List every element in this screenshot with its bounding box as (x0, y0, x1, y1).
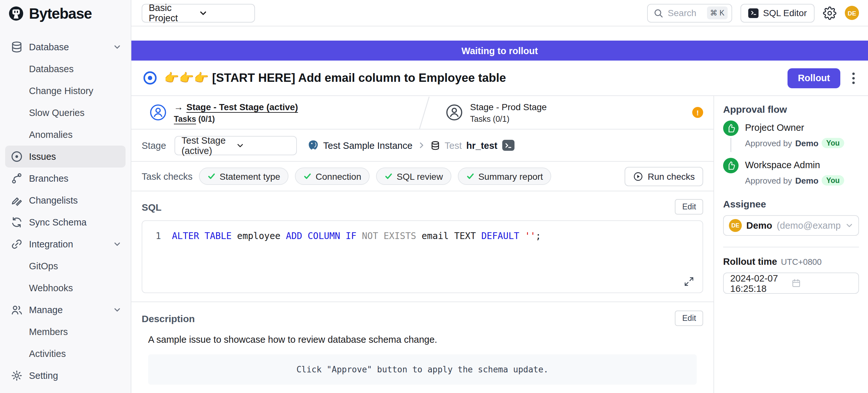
issue-title-row: 👉👉👉 [START HERE] Add email column to Emp… (131, 61, 868, 95)
chevron-down-icon (198, 8, 248, 18)
settings-gear-icon[interactable] (823, 6, 836, 20)
sidebar-item-webhooks[interactable]: Webhooks (5, 277, 126, 299)
stage-separator (418, 96, 430, 129)
sidebar-item-members[interactable]: Members (5, 321, 126, 343)
rollout-time-input[interactable]: 2024-02-07 16:25:18 (723, 273, 859, 294)
top-nav: Basic Project ⌘ K SQL Editor DE (131, 0, 868, 26)
check-success-icon (207, 172, 216, 180)
sidebar-item-database[interactable]: Database (5, 36, 126, 58)
search-input[interactable]: ⌘ K (647, 4, 732, 22)
calendar-icon[interactable] (791, 278, 852, 288)
approval-flow-heading: Approval flow (723, 104, 859, 115)
sidebar-item-manage[interactable]: Manage (5, 299, 126, 321)
sql-editor-button[interactable]: SQL Editor (741, 4, 814, 22)
project-selector[interactable]: Basic Project (142, 4, 255, 22)
app-window: Bytebase Database Databases Change Histo… (0, 0, 868, 393)
sidebar-item-changelists[interactable]: Changelists (5, 189, 126, 211)
database-icon (430, 140, 440, 150)
sql-statement: ALTER TABLE employee ADD COLUMN IF NOT E… (172, 229, 541, 242)
sidebar: Bytebase Database Databases Change Histo… (0, 0, 131, 393)
you-badge: You (822, 175, 844, 186)
git-branch-icon (10, 172, 23, 185)
chevron-down-icon (113, 42, 122, 52)
brand-wordmark: Bytebase (29, 5, 92, 22)
postgresql-icon (308, 140, 319, 151)
right-panel: Approval flow Project Owner Approved by … (713, 96, 868, 393)
issue-title: 👉👉👉 [START HERE] Add email column to Emp… (164, 71, 780, 85)
check-pill-connection[interactable]: Connection (295, 168, 370, 185)
sidebar-item-sync-schema[interactable]: Sync Schema (5, 211, 126, 233)
stage-person-icon (445, 104, 463, 121)
sidebar-item-change-history[interactable]: Change History (5, 80, 126, 102)
sql-edit-button[interactable]: Edit (675, 199, 703, 215)
description-section: Description Edit A sample issue to showc… (131, 302, 713, 385)
stage-label: Stage (142, 140, 166, 150)
content-gap (131, 26, 868, 40)
description-code-block: Click "Approve" button to apply the sche… (148, 354, 697, 385)
terminal-icon (748, 8, 758, 18)
main-area: Basic Project ⌘ K SQL Editor DE Waiting … (131, 0, 868, 393)
sidebar-item-activities[interactable]: Activities (5, 343, 126, 365)
stage-tab-test[interactable]: →Stage - Test Stage (active) Tasks (0/1) (131, 96, 418, 129)
issues-icon (10, 150, 23, 163)
sql-code-block[interactable]: 1 ALTER TABLE employee ADD COLUMN IF NOT… (142, 220, 703, 293)
task-checks-row: Task checks Statement type Connection SQ… (131, 162, 713, 191)
bytebase-mascot-icon (8, 6, 24, 21)
assignee-heading: Assignee (723, 199, 859, 209)
description-heading: Description (142, 313, 195, 324)
check-pill-statement-type[interactable]: Statement type (199, 168, 288, 185)
sidebar-item-slow-queries[interactable]: Slow Queries (5, 102, 126, 124)
sidebar-item-gitops[interactable]: GitOps (5, 255, 126, 277)
breadcrumb-chevron-icon (417, 141, 425, 149)
rollout-button[interactable]: Rollout (787, 68, 840, 88)
run-checks-button[interactable]: Run checks (625, 167, 703, 186)
current-stage-arrow: → (174, 102, 183, 112)
search-icon (654, 8, 663, 18)
issue-status-icon (143, 71, 157, 85)
project-selector-value: Basic Project (149, 3, 198, 23)
approval-step-project-owner: Project Owner Approved by Demo You (723, 120, 859, 152)
environment-label: Test (445, 140, 462, 150)
issue-body: →Stage - Test Stage (active) Tasks (0/1)… (131, 95, 868, 393)
check-pill-summary-report[interactable]: Summary report (458, 168, 552, 185)
description-text: A sample issue to showcase how to review… (148, 334, 697, 345)
stage-select[interactable]: Test Stage (active) (175, 135, 297, 155)
description-edit-button[interactable]: Edit (675, 310, 703, 326)
approved-thumbs-up-icon (723, 120, 739, 136)
gear-icon (10, 369, 23, 382)
database-name[interactable]: hr_test (466, 140, 497, 150)
expand-icon[interactable] (684, 276, 694, 287)
top-nav-right: ⌘ K SQL Editor DE (647, 4, 859, 22)
kebab-menu-icon[interactable] (849, 69, 858, 87)
stage-select-row: Stage Test Stage (active) Test Sample In… (131, 129, 713, 162)
sync-icon (10, 216, 23, 229)
check-pill-sql-review[interactable]: SQL review (376, 168, 452, 185)
sidebar-item-anomalies[interactable]: Anomalies (5, 124, 126, 146)
stage-tab-prod[interactable]: Stage - Prod Stage Tasks (0/1) ! (430, 96, 713, 129)
open-sql-editor-icon[interactable] (502, 140, 514, 151)
assignee-select[interactable]: DE Demo (demo@example (723, 215, 859, 236)
sql-section: SQL Edit 1 ALTER TABLE employee ADD COLU… (131, 191, 713, 293)
stage-warning-badge: ! (692, 107, 703, 118)
sidebar-item-setting[interactable]: Setting (5, 365, 126, 387)
stage-person-icon (149, 104, 167, 121)
panel-divider (723, 247, 859, 247)
rollout-time-heading: Rollout time (723, 256, 777, 267)
sidebar-item-integration[interactable]: Integration (5, 233, 126, 255)
bytebase-logo[interactable]: Bytebase (0, 0, 131, 27)
sidebar-item-databases[interactable]: Databases (5, 58, 126, 80)
database-breadcrumb: Test Sample Instance Test hr_test (308, 140, 514, 151)
link-icon (10, 238, 23, 251)
user-avatar[interactable]: DE (845, 6, 859, 20)
search-field[interactable] (668, 8, 702, 18)
sidebar-item-branches[interactable]: Branches (5, 168, 126, 189)
chevron-down-icon (845, 221, 854, 230)
center-column: →Stage - Test Stage (active) Tasks (0/1)… (131, 96, 713, 393)
changelist-pencils-icon (10, 194, 23, 207)
sql-heading: SQL (142, 201, 162, 212)
approval-connector (730, 138, 732, 152)
sidebar-item-issues[interactable]: Issues (5, 146, 126, 168)
chevron-down-icon (236, 141, 290, 150)
instance-name[interactable]: Test Sample Instance (323, 140, 412, 150)
rollout-timezone: UTC+0800 (781, 257, 822, 267)
